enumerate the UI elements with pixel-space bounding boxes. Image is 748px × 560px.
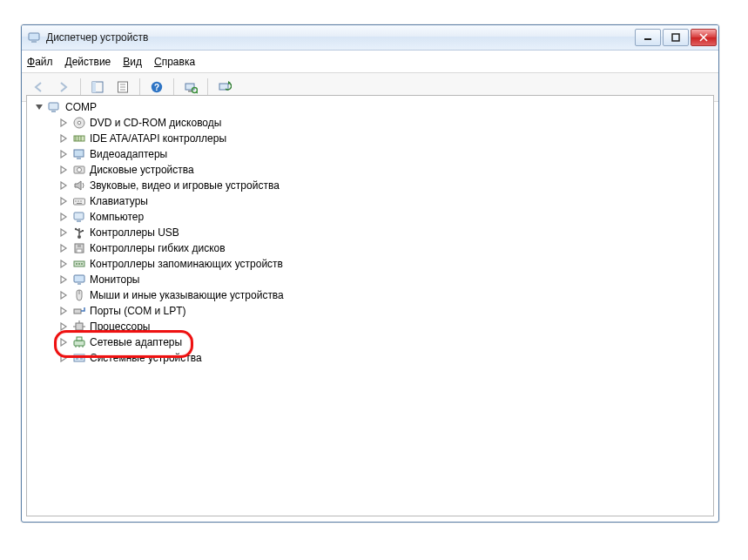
computer-icon bbox=[72, 210, 86, 224]
mouse-icon bbox=[72, 288, 86, 302]
toolbar-separator bbox=[207, 78, 208, 96]
svg-rect-28 bbox=[77, 158, 81, 159]
svg-point-46 bbox=[76, 263, 77, 265]
tree-item-label: Видеоадаптеры bbox=[90, 146, 167, 162]
svg-rect-44 bbox=[77, 249, 82, 253]
tree-item[interactable]: Мониторы bbox=[58, 272, 713, 287]
expander-icon[interactable] bbox=[58, 243, 69, 253]
tree-item[interactable]: Контроллеры USB bbox=[58, 225, 713, 240]
tree-item[interactable]: Компьютер bbox=[58, 209, 713, 225]
tree-item[interactable]: Дисковые устройства bbox=[58, 162, 713, 178]
svg-rect-52 bbox=[74, 309, 81, 314]
svg-rect-50 bbox=[77, 283, 81, 285]
cpu-icon bbox=[72, 320, 86, 334]
expander-icon[interactable] bbox=[58, 259, 69, 269]
usb-icon bbox=[72, 226, 86, 240]
menu-help[interactable]: Справка bbox=[154, 56, 195, 68]
svg-point-22 bbox=[77, 121, 81, 125]
expander-icon[interactable] bbox=[58, 353, 69, 363]
optical-drive-icon bbox=[72, 116, 86, 130]
svg-rect-59 bbox=[77, 337, 82, 341]
svg-rect-18 bbox=[219, 84, 228, 90]
computer-icon bbox=[48, 100, 62, 114]
expander-icon[interactable] bbox=[58, 227, 69, 238]
tree-item-label: Контроллеры USB bbox=[90, 225, 179, 240]
expander-icon[interactable] bbox=[58, 337, 69, 347]
tree-item-label: Системные устройства bbox=[90, 350, 202, 366]
expander-icon[interactable] bbox=[58, 274, 69, 285]
svg-point-33 bbox=[77, 200, 79, 202]
expander-icon[interactable] bbox=[58, 290, 69, 300]
expander-icon[interactable] bbox=[58, 180, 69, 191]
tree-item[interactable]: Сетевые адаптеры bbox=[58, 334, 713, 350]
tree-item-label: DVD и CD-ROM дисководы bbox=[90, 115, 221, 131]
svg-rect-7 bbox=[92, 82, 96, 92]
tree-item-label: IDE ATA/ATAPI контроллеры bbox=[90, 131, 226, 146]
tree-item-label: Контроллеры гибких дисков bbox=[90, 240, 226, 256]
disk-drive-icon bbox=[72, 163, 86, 177]
tree-item-label: Компьютер bbox=[90, 209, 144, 225]
menu-view[interactable]: Вид bbox=[123, 56, 142, 68]
tree-item[interactable]: Клавиатуры bbox=[58, 193, 713, 209]
tree-item[interactable]: Порты (COM и LPT) bbox=[58, 303, 713, 319]
svg-rect-27 bbox=[74, 150, 84, 157]
tree-item[interactable]: Мыши и иные указывающие устройства bbox=[58, 287, 713, 303]
tree-item-label: Процессоры bbox=[90, 319, 151, 334]
expander-icon[interactable] bbox=[34, 102, 44, 112]
tree-item-label: Контроллеры запоминающих устройств bbox=[90, 256, 283, 272]
maximize-button[interactable] bbox=[663, 29, 689, 46]
device-manager-window: Диспетчер устройств Файл Действие Вид Сп… bbox=[21, 24, 719, 523]
tree-item[interactable]: Контроллеры запоминающих устройств bbox=[58, 256, 713, 272]
device-tree-pane[interactable]: COMP DVD и CD-ROM дисководыIDE ATA/ATAPI… bbox=[26, 95, 714, 516]
tree-item[interactable]: Контроллеры гибких дисков bbox=[58, 240, 713, 256]
svg-rect-37 bbox=[77, 220, 81, 222]
menu-file[interactable]: Файл bbox=[27, 56, 53, 68]
expander-icon[interactable] bbox=[58, 165, 69, 175]
svg-rect-49 bbox=[74, 275, 84, 282]
svg-text:?: ? bbox=[154, 83, 159, 92]
expander-icon[interactable] bbox=[58, 118, 69, 128]
tree-item-label: Звуковые, видео и игровые устройства bbox=[90, 178, 280, 193]
tree-item-label: Порты (COM и LPT) bbox=[90, 303, 186, 319]
tree-root[interactable]: COMP bbox=[34, 99, 713, 115]
app-icon bbox=[27, 30, 41, 44]
svg-rect-64 bbox=[76, 356, 78, 360]
network-adapter-icon bbox=[72, 335, 86, 349]
svg-rect-15 bbox=[188, 91, 192, 92]
expander-icon[interactable] bbox=[58, 306, 69, 316]
storage-controller-icon bbox=[72, 257, 86, 271]
expander-icon[interactable] bbox=[58, 149, 69, 159]
sound-icon bbox=[72, 179, 86, 192]
expander-icon[interactable] bbox=[58, 196, 69, 206]
svg-rect-0 bbox=[29, 33, 39, 40]
keyboard-icon bbox=[72, 194, 86, 208]
monitor-icon bbox=[72, 273, 86, 287]
tree-item[interactable]: IDE ATA/ATAPI контроллеры bbox=[58, 131, 713, 146]
minimize-button[interactable] bbox=[635, 29, 661, 46]
menu-action[interactable]: Действие bbox=[65, 56, 111, 68]
svg-line-17 bbox=[197, 92, 199, 94]
tree-item-label: Клавиатуры bbox=[90, 193, 148, 209]
tree-item[interactable]: Системные устройства bbox=[58, 350, 713, 366]
expander-icon[interactable] bbox=[58, 212, 69, 222]
svg-rect-58 bbox=[74, 341, 84, 346]
tree-item[interactable]: DVD и CD-ROM дисководы bbox=[58, 115, 713, 131]
expander-icon[interactable] bbox=[58, 133, 69, 144]
svg-rect-20 bbox=[51, 111, 56, 112]
svg-point-48 bbox=[81, 263, 83, 265]
tree-item[interactable]: Звуковые, видео и игровые устройства bbox=[58, 178, 713, 193]
svg-rect-65 bbox=[80, 356, 83, 360]
toolbar-separator bbox=[139, 78, 140, 96]
svg-rect-19 bbox=[49, 103, 58, 110]
expander-icon[interactable] bbox=[58, 321, 69, 332]
tree-item-label: Сетевые адаптеры bbox=[90, 334, 182, 350]
svg-rect-41 bbox=[82, 230, 84, 232]
close-button[interactable] bbox=[691, 29, 717, 46]
titlebar: Диспетчер устройств bbox=[22, 25, 718, 51]
tree-item[interactable]: Видеоадаптеры bbox=[58, 146, 713, 162]
tree-item[interactable]: Процессоры bbox=[58, 319, 713, 334]
tree-item-label: Дисковые устройства bbox=[90, 162, 194, 178]
svg-rect-3 bbox=[672, 34, 679, 41]
toolbar-separator bbox=[80, 78, 81, 96]
svg-rect-35 bbox=[77, 203, 82, 204]
